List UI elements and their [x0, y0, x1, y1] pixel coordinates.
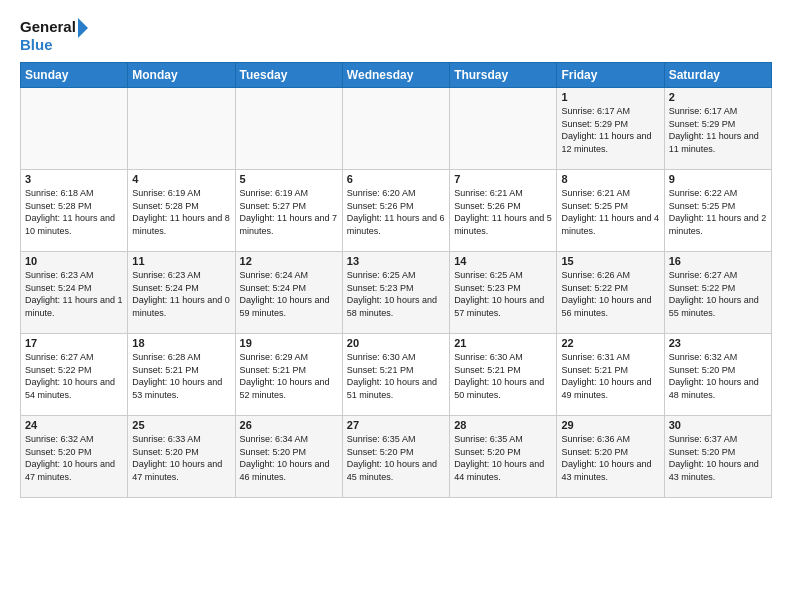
day-number: 30: [669, 419, 767, 431]
day-number: 28: [454, 419, 552, 431]
day-number: 2: [669, 91, 767, 103]
calendar-cell: [21, 88, 128, 170]
calendar-cell: 9Sunrise: 6:22 AM Sunset: 5:25 PM Daylig…: [664, 170, 771, 252]
day-number: 24: [25, 419, 123, 431]
day-number: 26: [240, 419, 338, 431]
week-row-5: 24Sunrise: 6:32 AM Sunset: 5:20 PM Dayli…: [21, 416, 772, 498]
col-header-tuesday: Tuesday: [235, 63, 342, 88]
col-header-friday: Friday: [557, 63, 664, 88]
calendar-cell: 18Sunrise: 6:28 AM Sunset: 5:21 PM Dayli…: [128, 334, 235, 416]
day-number: 18: [132, 337, 230, 349]
day-number: 4: [132, 173, 230, 185]
calendar-cell: 13Sunrise: 6:25 AM Sunset: 5:23 PM Dayli…: [342, 252, 449, 334]
cell-info: Sunrise: 6:19 AM Sunset: 5:28 PM Dayligh…: [132, 187, 230, 237]
day-number: 23: [669, 337, 767, 349]
day-number: 17: [25, 337, 123, 349]
cell-info: Sunrise: 6:36 AM Sunset: 5:20 PM Dayligh…: [561, 433, 659, 483]
calendar-cell: 7Sunrise: 6:21 AM Sunset: 5:26 PM Daylig…: [450, 170, 557, 252]
day-number: 29: [561, 419, 659, 431]
cell-info: Sunrise: 6:20 AM Sunset: 5:26 PM Dayligh…: [347, 187, 445, 237]
col-header-wednesday: Wednesday: [342, 63, 449, 88]
cell-info: Sunrise: 6:26 AM Sunset: 5:22 PM Dayligh…: [561, 269, 659, 319]
calendar-cell: 20Sunrise: 6:30 AM Sunset: 5:21 PM Dayli…: [342, 334, 449, 416]
calendar-cell: 16Sunrise: 6:27 AM Sunset: 5:22 PM Dayli…: [664, 252, 771, 334]
calendar-cell: 21Sunrise: 6:30 AM Sunset: 5:21 PM Dayli…: [450, 334, 557, 416]
cell-info: Sunrise: 6:29 AM Sunset: 5:21 PM Dayligh…: [240, 351, 338, 401]
day-number: 13: [347, 255, 445, 267]
calendar-cell: 5Sunrise: 6:19 AM Sunset: 5:27 PM Daylig…: [235, 170, 342, 252]
cell-info: Sunrise: 6:18 AM Sunset: 5:28 PM Dayligh…: [25, 187, 123, 237]
cell-info: Sunrise: 6:37 AM Sunset: 5:20 PM Dayligh…: [669, 433, 767, 483]
calendar-cell: 1Sunrise: 6:17 AM Sunset: 5:29 PM Daylig…: [557, 88, 664, 170]
svg-text:General: General: [20, 18, 76, 35]
cell-info: Sunrise: 6:19 AM Sunset: 5:27 PM Dayligh…: [240, 187, 338, 237]
calendar-cell: 11Sunrise: 6:23 AM Sunset: 5:24 PM Dayli…: [128, 252, 235, 334]
calendar-cell: 23Sunrise: 6:32 AM Sunset: 5:20 PM Dayli…: [664, 334, 771, 416]
header: General Blue: [20, 16, 772, 54]
week-row-3: 10Sunrise: 6:23 AM Sunset: 5:24 PM Dayli…: [21, 252, 772, 334]
calendar-cell: 25Sunrise: 6:33 AM Sunset: 5:20 PM Dayli…: [128, 416, 235, 498]
cell-info: Sunrise: 6:23 AM Sunset: 5:24 PM Dayligh…: [25, 269, 123, 319]
day-number: 22: [561, 337, 659, 349]
week-row-1: 1Sunrise: 6:17 AM Sunset: 5:29 PM Daylig…: [21, 88, 772, 170]
svg-marker-1: [78, 18, 88, 38]
day-number: 10: [25, 255, 123, 267]
day-number: 8: [561, 173, 659, 185]
calendar-cell: 26Sunrise: 6:34 AM Sunset: 5:20 PM Dayli…: [235, 416, 342, 498]
calendar-cell: 6Sunrise: 6:20 AM Sunset: 5:26 PM Daylig…: [342, 170, 449, 252]
calendar-cell: [342, 88, 449, 170]
col-header-monday: Monday: [128, 63, 235, 88]
col-header-sunday: Sunday: [21, 63, 128, 88]
cell-info: Sunrise: 6:23 AM Sunset: 5:24 PM Dayligh…: [132, 269, 230, 319]
calendar-cell: 27Sunrise: 6:35 AM Sunset: 5:20 PM Dayli…: [342, 416, 449, 498]
calendar-cell: 19Sunrise: 6:29 AM Sunset: 5:21 PM Dayli…: [235, 334, 342, 416]
day-number: 14: [454, 255, 552, 267]
calendar-cell: 22Sunrise: 6:31 AM Sunset: 5:21 PM Dayli…: [557, 334, 664, 416]
calendar-cell: 2Sunrise: 6:17 AM Sunset: 5:29 PM Daylig…: [664, 88, 771, 170]
cell-info: Sunrise: 6:30 AM Sunset: 5:21 PM Dayligh…: [454, 351, 552, 401]
calendar-cell: 10Sunrise: 6:23 AM Sunset: 5:24 PM Dayli…: [21, 252, 128, 334]
day-number: 5: [240, 173, 338, 185]
day-number: 7: [454, 173, 552, 185]
day-number: 3: [25, 173, 123, 185]
day-number: 19: [240, 337, 338, 349]
day-number: 25: [132, 419, 230, 431]
cell-info: Sunrise: 6:21 AM Sunset: 5:26 PM Dayligh…: [454, 187, 552, 237]
cell-info: Sunrise: 6:17 AM Sunset: 5:29 PM Dayligh…: [561, 105, 659, 155]
calendar-cell: 8Sunrise: 6:21 AM Sunset: 5:25 PM Daylig…: [557, 170, 664, 252]
calendar-cell: 4Sunrise: 6:19 AM Sunset: 5:28 PM Daylig…: [128, 170, 235, 252]
day-number: 15: [561, 255, 659, 267]
cell-info: Sunrise: 6:24 AM Sunset: 5:24 PM Dayligh…: [240, 269, 338, 319]
cell-info: Sunrise: 6:30 AM Sunset: 5:21 PM Dayligh…: [347, 351, 445, 401]
calendar-cell: 24Sunrise: 6:32 AM Sunset: 5:20 PM Dayli…: [21, 416, 128, 498]
day-number: 27: [347, 419, 445, 431]
calendar-cell: 28Sunrise: 6:35 AM Sunset: 5:20 PM Dayli…: [450, 416, 557, 498]
cell-info: Sunrise: 6:33 AM Sunset: 5:20 PM Dayligh…: [132, 433, 230, 483]
calendar-header-row: SundayMondayTuesdayWednesdayThursdayFrid…: [21, 63, 772, 88]
cell-info: Sunrise: 6:35 AM Sunset: 5:20 PM Dayligh…: [347, 433, 445, 483]
day-number: 21: [454, 337, 552, 349]
logo: General Blue: [20, 16, 90, 54]
week-row-2: 3Sunrise: 6:18 AM Sunset: 5:28 PM Daylig…: [21, 170, 772, 252]
cell-info: Sunrise: 6:32 AM Sunset: 5:20 PM Dayligh…: [25, 433, 123, 483]
day-number: 11: [132, 255, 230, 267]
day-number: 20: [347, 337, 445, 349]
cell-info: Sunrise: 6:27 AM Sunset: 5:22 PM Dayligh…: [25, 351, 123, 401]
day-number: 12: [240, 255, 338, 267]
calendar: SundayMondayTuesdayWednesdayThursdayFrid…: [20, 62, 772, 498]
cell-info: Sunrise: 6:32 AM Sunset: 5:20 PM Dayligh…: [669, 351, 767, 401]
calendar-cell: [128, 88, 235, 170]
week-row-4: 17Sunrise: 6:27 AM Sunset: 5:22 PM Dayli…: [21, 334, 772, 416]
cell-info: Sunrise: 6:31 AM Sunset: 5:21 PM Dayligh…: [561, 351, 659, 401]
calendar-cell: 17Sunrise: 6:27 AM Sunset: 5:22 PM Dayli…: [21, 334, 128, 416]
cell-info: Sunrise: 6:17 AM Sunset: 5:29 PM Dayligh…: [669, 105, 767, 155]
calendar-cell: [450, 88, 557, 170]
day-number: 6: [347, 173, 445, 185]
logo-svg: General Blue: [20, 16, 90, 54]
cell-info: Sunrise: 6:25 AM Sunset: 5:23 PM Dayligh…: [454, 269, 552, 319]
day-number: 9: [669, 173, 767, 185]
day-number: 16: [669, 255, 767, 267]
cell-info: Sunrise: 6:34 AM Sunset: 5:20 PM Dayligh…: [240, 433, 338, 483]
calendar-cell: 3Sunrise: 6:18 AM Sunset: 5:28 PM Daylig…: [21, 170, 128, 252]
cell-info: Sunrise: 6:35 AM Sunset: 5:20 PM Dayligh…: [454, 433, 552, 483]
